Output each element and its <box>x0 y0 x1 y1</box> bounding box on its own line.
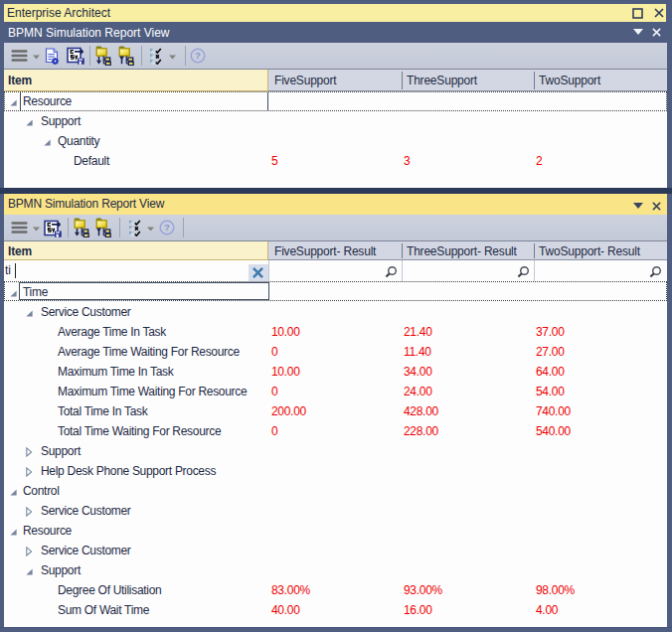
svg-text:?: ? <box>164 222 170 233</box>
svg-text:?: ? <box>195 50 201 61</box>
